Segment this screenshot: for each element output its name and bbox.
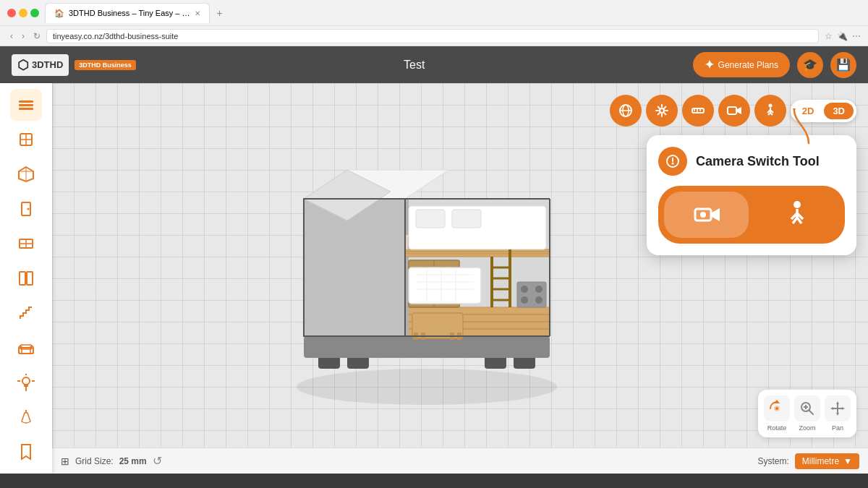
sidebar-tool-stairs[interactable] [10,297,42,329]
system-value: Millimetre [802,456,839,466]
svg-line-118 [809,411,814,415]
svg-marker-123 [836,401,839,404]
tab-title: 3DTHD Business – Tiny Easy – … [69,9,190,17]
logo: ⬡ 3DTHD [12,54,69,76]
browser-chrome: 🏠 3DTHD Business – Tiny Easy – … ✕ + [0,0,868,26]
maximize-window-btn[interactable] [30,9,39,17]
zoom-label: Zoom [799,424,815,432]
refresh-button[interactable]: ↻ [33,31,41,41]
sidebar-tool-sofa[interactable] [10,332,42,364]
pan-icon [825,395,851,421]
svg-point-108 [793,201,801,208]
logo-area: ⬡ 3DTHD 3DTHD Business [12,54,136,76]
new-tab-button[interactable]: + [213,6,227,20]
zoom-control[interactable]: Zoom [794,395,820,432]
back-button[interactable]: ‹ [7,30,16,43]
bookmark-icon[interactable]: ☆ [825,31,833,41]
sidebar-tool-light[interactable] [10,367,42,398]
camera-options [658,186,845,244]
sidebar-tool-perspective[interactable] [10,158,42,190]
svg-point-10 [27,208,30,210]
walk-camera-option[interactable] [754,192,839,238]
main-area: 2D 3D [0,83,868,474]
grid-icon: ⊞ [61,455,69,467]
svg-point-20 [22,377,30,385]
address-bar[interactable]: tinyeasy.co.nz/3dthd-business-suite [46,29,819,43]
measure-button[interactable] [682,95,714,127]
svg-marker-33 [304,199,405,336]
extension-icon[interactable]: 🔌 [837,31,848,41]
bottom-bar: ⊞ Grid Size: 25 mm ↺ System: Millimetre … [52,448,868,474]
svg-point-116 [775,407,778,410]
svg-rect-93 [728,107,736,114]
help-button[interactable]: 🎓 [797,52,823,78]
rotate-icon [764,395,790,421]
svg-point-95 [768,104,772,108]
rotate-label: Rotate [767,424,787,432]
rotation-controls: Rotate Zoom [758,390,856,437]
svg-rect-64 [409,267,481,304]
forward-button[interactable]: › [19,30,27,43]
viewport[interactable]: 2D 3D [52,83,868,474]
left-sidebar [0,83,52,474]
url-text: tinyeasy.co.nz/3dthd-business-suite [53,32,178,40]
active-tab[interactable]: 🏠 3DTHD Business – Tiny Easy – … ✕ [45,3,210,23]
svg-rect-76 [412,313,463,338]
svg-point-73 [535,286,542,293]
svg-point-107 [700,212,706,218]
orbit-camera-option[interactable] [664,192,749,238]
pan-control[interactable]: Pan [825,395,851,432]
view-controls: 2D 3D [610,95,856,127]
reset-grid-button[interactable]: ↺ [153,454,162,468]
save-button[interactable]: 💾 [830,52,856,78]
3d-view-button[interactable]: 3D [824,103,854,119]
nav-arrows: ‹ › [7,30,27,43]
nav-bar: ‹ › ↻ tinyeasy.co.nz/3dthd-business-suit… [0,26,868,46]
sidebar-tool-paint[interactable] [10,401,42,433]
svg-rect-71 [517,282,546,307]
pan-label: Pan [832,424,843,432]
sidebar-tool-bookmark[interactable] [10,436,42,468]
sidebar-tool-panel[interactable] [10,262,42,294]
rotate-control[interactable]: Rotate [764,395,790,432]
menu-icon[interactable]: ⋯ [852,31,861,41]
popup-icon [658,147,687,176]
svg-rect-52 [416,210,445,228]
svg-point-104 [672,163,674,165]
sidebar-tool-box[interactable] [10,124,42,155]
svg-rect-32 [304,336,550,358]
svg-marker-106 [712,208,720,221]
sidebar-tool-window[interactable] [10,228,42,260]
settings-button[interactable] [646,95,678,127]
toolbar-overlay: 2D 3D [610,95,856,255]
grid-label: Grid Size: [75,456,114,466]
minimize-window-btn[interactable] [19,9,27,17]
svg-rect-0 [19,100,33,103]
camera-orbit-button[interactable] [610,95,642,127]
svg-rect-2 [19,108,33,110]
app-header: ⬡ 3DTHD 3DTHD Business Test ✦ Generate P… [0,46,868,83]
tab-close-icon[interactable]: ✕ [195,9,200,17]
grid-size-value: 25 mm [119,456,147,466]
generate-plus-icon: ✦ [705,58,714,72]
svg-marker-94 [737,107,741,114]
logo-badge: 3DTHD Business [75,60,136,70]
nav-icons: ☆ 🔌 ⋯ [825,31,861,41]
svg-marker-124 [836,413,839,416]
svg-rect-1 [19,104,33,106]
system-dropdown[interactable]: Millimetre ▼ [795,453,859,469]
close-window-btn[interactable] [7,9,16,17]
logo-text: 3DTHD [32,59,63,70]
svg-rect-53 [452,210,481,228]
sidebar-tool-door[interactable] [10,193,42,225]
svg-point-75 [535,296,542,304]
video-camera-button[interactable] [718,95,750,127]
svg-rect-25 [24,385,28,387]
generate-plans-button[interactable]: ✦ Generate Plans [693,52,790,77]
browser-tabs: 🏠 3DTHD Business – Tiny Easy – … ✕ + [45,0,227,25]
svg-point-72 [521,286,528,293]
svg-rect-14 [20,272,25,285]
sidebar-tool-wall[interactable] [10,89,42,121]
system-label: System: [757,456,788,466]
svg-marker-126 [842,407,845,410]
